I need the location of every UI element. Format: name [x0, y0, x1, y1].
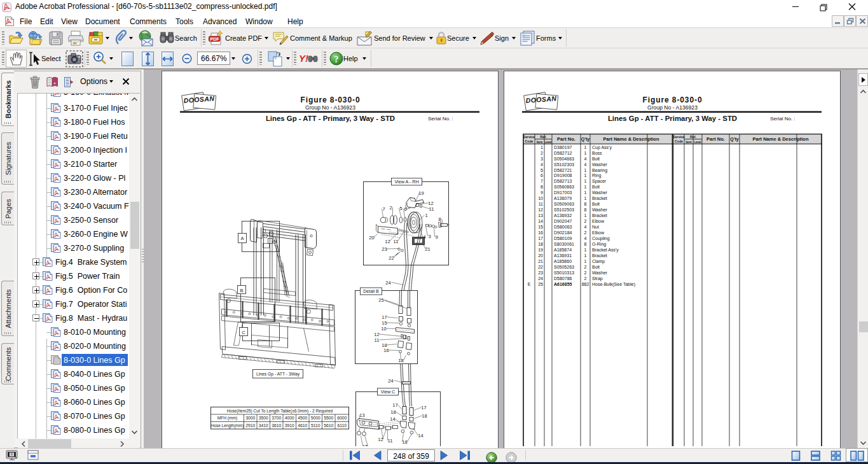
svg-text:Part No.: Part No. [706, 136, 725, 142]
svg-text:5110: 5110 [311, 423, 320, 428]
svg-text:1: 1 [584, 151, 587, 155]
svg-text:Part Name & Description: Part Name & Description [753, 136, 809, 142]
svg-text:2: 2 [541, 151, 543, 155]
svg-text:D580786: D580786 [554, 276, 572, 281]
svg-text:13: 13 [538, 213, 543, 218]
svg-text:16: 16 [383, 348, 389, 353]
svg-text:S0509063: S0509063 [554, 202, 574, 206]
svg-text:23: 23 [538, 271, 543, 275]
svg-text:A136931: A136931 [554, 253, 572, 258]
svg-text:11: 11 [394, 239, 399, 244]
svg-text:Elbow: Elbow [592, 230, 605, 235]
svg-text:23: 23 [382, 246, 387, 252]
svg-text:25: 25 [378, 297, 383, 303]
svg-text:Item: Item [685, 141, 691, 144]
svg-text:Q'ty: Q'ty [730, 137, 738, 142]
svg-text:Group No - A136923: Group No - A136923 [305, 104, 355, 111]
svg-text:Group No - A136923: Group No - A136923 [647, 104, 698, 111]
svg-text:Washer: Washer [592, 271, 608, 275]
svg-text:5610: 5610 [324, 423, 333, 428]
svg-text:Bracket: Bracket [592, 213, 607, 218]
svg-text:1: 1 [584, 213, 587, 218]
svg-text:Spacer: Spacer [592, 179, 607, 184]
svg-text:3700: 3700 [272, 416, 281, 420]
svg-text:Hose Length(mm): Hose Length(mm) [211, 423, 244, 428]
svg-text:Detail B: Detail B [363, 289, 379, 293]
svg-text:Service: Service [673, 135, 685, 139]
svg-text:Bracket: Bracket [592, 196, 607, 200]
svg-text:Ring: Ring [592, 173, 602, 178]
svg-text:D919008: D919008 [554, 173, 572, 178]
svg-text:S5010313: S5010313 [554, 271, 574, 275]
svg-text:24: 24 [538, 276, 543, 281]
svg-text:Bolt: Bolt [592, 265, 600, 269]
svg-text:A185860: A185860 [554, 259, 572, 264]
svg-text:Item: Item [537, 141, 542, 144]
svg-text:MFH (mm): MFH (mm) [217, 416, 238, 421]
svg-text:19: 19 [538, 248, 543, 252]
svg-text:5: 5 [541, 168, 543, 172]
svg-text:Strap: Strap [592, 276, 603, 281]
svg-text:D902047: D902047 [554, 219, 572, 223]
svg-text:13: 13 [359, 412, 364, 418]
svg-text:Code: Code [525, 139, 534, 143]
svg-text:2: 2 [584, 219, 587, 223]
svg-text:15: 15 [538, 225, 543, 229]
svg-text:1: 1 [584, 173, 587, 178]
svg-text:21: 21 [425, 246, 430, 252]
svg-text:24: 24 [385, 280, 390, 286]
svg-text:Washer: Washer [592, 162, 608, 167]
svg-text:A136079: A136079 [554, 196, 572, 200]
svg-text:View C: View C [381, 389, 396, 395]
svg-text:Clamp: Clamp [592, 259, 605, 264]
svg-text:4000: 4000 [285, 416, 294, 420]
svg-text:S5102503: S5102503 [554, 207, 574, 212]
svg-text:2: 2 [584, 230, 587, 235]
svg-text:2: 2 [584, 265, 587, 269]
svg-text:4: 4 [584, 157, 587, 161]
svg-text:S5102303: S5102303 [554, 162, 574, 167]
svg-text:6000: 6000 [337, 416, 347, 420]
svg-text:Lines Gp - ATT - Primary, 3 Wa: Lines Gp - ATT - Primary, 3 Way - STD [266, 115, 395, 122]
svg-text:Elbow: Elbow [592, 219, 605, 223]
svg-text:5500: 5500 [324, 416, 333, 420]
svg-text:PDF: PDF [210, 37, 220, 41]
svg-text:D582721: D582721 [554, 168, 572, 172]
svg-text:D917003: D917003 [554, 190, 572, 195]
svg-text:3610: 3610 [272, 423, 281, 428]
svg-text:S0504663: S0504663 [554, 157, 574, 161]
svg-text:4500: 4500 [298, 416, 307, 420]
svg-text:18: 18 [390, 409, 396, 415]
svg-text:Washer: Washer [592, 207, 608, 212]
svg-text:Level: Level [694, 141, 701, 144]
svg-text:22: 22 [389, 255, 394, 261]
svg-text:Cup Ass'y: Cup Ass'y [592, 145, 612, 150]
svg-text:Bracket: Bracket [592, 253, 607, 258]
svg-text:E: E [528, 282, 531, 286]
svg-text:View A - RH: View A - RH [394, 179, 418, 185]
svg-text:5000: 5000 [311, 416, 320, 420]
svg-text:6: 6 [541, 173, 543, 178]
svg-text:S8030061: S8030061 [554, 242, 574, 246]
svg-text:16: 16 [538, 230, 543, 235]
svg-text:A616855: A616855 [554, 282, 572, 286]
svg-text:1: 1 [584, 190, 587, 195]
svg-text:Lines Gp - ATT - 3Way: Lines Gp - ATT - 3Way [256, 372, 300, 377]
svg-text:17: 17 [382, 314, 387, 320]
svg-text:12: 12 [374, 332, 379, 337]
svg-text:8: 8 [438, 216, 441, 222]
svg-text:O-Ring: O-Ring [592, 242, 606, 247]
svg-text:6: 6 [404, 206, 406, 212]
svg-text:Bolt: Bolt [592, 185, 600, 189]
svg-text:14: 14 [418, 433, 423, 439]
svg-text:11: 11 [375, 337, 380, 343]
svg-text:Level: Level [544, 141, 552, 144]
svg-text:2: 2 [584, 271, 587, 275]
svg-text:A185874: A185874 [554, 248, 572, 252]
svg-text:Serial No. :: Serial No. : [428, 116, 453, 122]
svg-text:4: 4 [541, 162, 543, 167]
svg-text:18: 18 [402, 439, 407, 445]
svg-text:4: 4 [584, 236, 587, 241]
svg-text:Ref.: Ref. [690, 135, 696, 139]
svg-text:11: 11 [539, 202, 543, 206]
